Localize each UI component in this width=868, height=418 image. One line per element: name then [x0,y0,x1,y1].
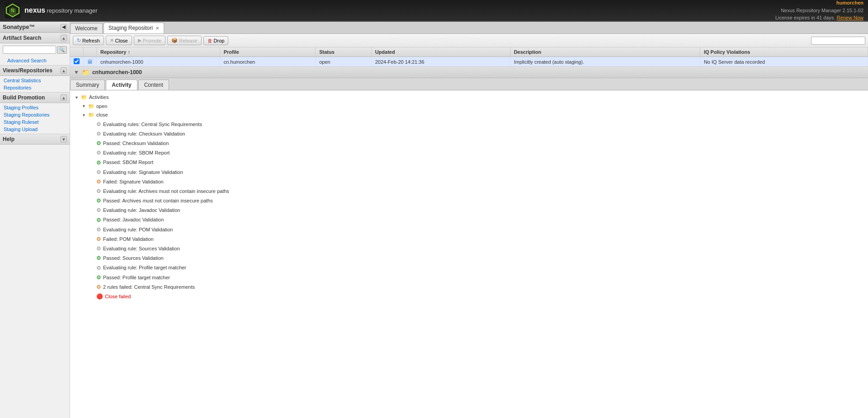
promote-button[interactable]: ▶ Promote [134,36,166,45]
detail-expand-icon[interactable]: ▼ [74,69,79,75]
sidebar-link-repositories[interactable]: Repositories [0,84,70,91]
activity-item: ⚙Failed: Signature Validation [96,177,863,187]
sidebar-section-artifact-search[interactable]: Artifact Search ▲ [0,33,70,43]
close-repo-button[interactable]: ✕ Close [106,36,132,45]
artifact-search-button[interactable]: 🔍 [57,46,67,54]
row-updated: 2024-Feb-20 14:21:36 [371,57,510,67]
activity-item: ⚙Passed: Checksum Validation [96,139,863,148]
activity-item-label: Evaluating rule: Checksum Validation [103,130,185,138]
repo-table: Repository ↑ Profile Status Updated Desc… [70,47,868,66]
promote-label: Promote [143,38,162,43]
advanced-search-area: Advanced Search [0,56,70,65]
release-button[interactable]: 📦 Release [167,36,201,45]
table-row[interactable]: 🏛 cnhumorchen-1000 cn.humorchen open 202… [70,57,868,67]
logo-rest: repository manager [47,7,98,14]
warn-icon: ⚙ [96,283,101,291]
help-toggle[interactable]: ▼ [61,136,67,142]
activity-item-label: Evaluating rule: Archives must not conta… [103,188,229,196]
sonatype-toggle[interactable]: ◀ [61,24,67,30]
activity-item-label: Failed: Signature Validation [103,178,164,186]
sidebar-section-help[interactable]: Help ▼ [0,134,70,145]
drop-label: Drop [214,38,225,43]
col-repository[interactable]: Repository ↑ [97,47,220,57]
views-repos-label: Views/Repositories [3,67,52,74]
views-repos-toggle[interactable]: ▲ [61,67,67,74]
detail-folder-icon: 📁 [82,69,90,76]
col-icon [84,47,97,57]
info-icon: ⚙ [96,244,101,253]
activities-expand[interactable]: ▼ [75,94,79,101]
close-folder-icon: 📁 [88,111,94,119]
artifact-search-toggle[interactable]: ▲ [61,35,67,41]
col-updated[interactable]: Updated [371,47,510,57]
col-iq-violations[interactable]: IQ Policy Violations [700,47,868,57]
repo-table-body: 🏛 cnhumorchen-1000 cn.humorchen open 202… [70,57,868,67]
error-icon: 🔴 [96,292,103,301]
tab-welcome[interactable]: Welcome [70,23,103,33]
pass-icon: ⚙ [96,159,101,167]
tree-close: ▼ 📁 close [82,111,863,120]
sidebar-link-central-statistics[interactable]: Central Statistics [0,77,70,84]
activity-item-label: Passed: Sources Validation [103,254,164,263]
info-icon: ⚙ [96,225,101,234]
pass-icon: ⚙ [96,273,101,282]
activity-item: ⚙Passed: Javadoc Validation [96,216,863,225]
sidebar-section-build-promotion[interactable]: Build Promotion ▲ [0,92,70,103]
info-icon: ⚙ [96,149,101,157]
build-promotion-toggle[interactable]: ▲ [61,94,67,101]
artifact-search-input[interactable] [3,46,56,54]
sonatype-label: Sonatype™ [3,23,35,30]
activity-item-label: Passed: Profile target matcher [103,274,170,282]
detail-title: cnhumorchen-1000 [92,69,142,75]
tree-activities: ▼ 📁 Activities [75,93,863,102]
sidebar-link-staging-profiles[interactable]: Staging Profiles [0,104,70,111]
pass-icon: ⚙ [96,139,101,148]
sidebar-link-staging-ruleset[interactable]: Staging Ruleset [0,118,70,126]
activity-item-label: Passed: SBOM Report [103,159,153,167]
info-icon: ⚙ [96,187,101,196]
detail-panel: ▼ 📁 cnhumorchen-1000 Summary Activity Co… [70,67,868,418]
fail-icon: ⚙ [96,178,101,186]
activity-item-label: Failed: POM Validation [103,235,154,244]
build-promotion-content: Staging Profiles Staging Repositories St… [0,103,70,134]
activity-item-label: Evaluating rule: Profile target matcher [103,264,186,272]
username-label: humorchen [836,0,863,5]
top-header: N nexus repository manager humorchen Nex… [0,0,868,22]
detail-tab-summary[interactable]: Summary [70,80,105,90]
col-checkbox [70,47,84,57]
sidebar-section-views[interactable]: Views/Repositories ▲ [0,65,70,76]
advanced-search-link[interactable]: Advanced Search [4,57,66,64]
license-msg: License expires in 41 days. [775,15,835,20]
sidebar-link-staging-upload[interactable]: Staging Upload [0,126,70,133]
tab-welcome-label: Welcome [75,25,98,32]
activity-item-label: Evaluating rule: Signature Validation [103,169,183,177]
content-area: Welcome Staging Repositori ✕ ↻ Refresh ✕… [70,22,868,418]
table-search-input[interactable] [811,37,865,45]
close-expand[interactable]: ▼ [82,112,86,118]
tab-staging-repo[interactable]: Staging Repositori ✕ [104,23,164,33]
row-status: open [316,57,371,67]
row-checkbox[interactable] [74,58,80,64]
tab-bar: Welcome Staging Repositori ✕ [70,22,868,34]
activity-item-label: Evaluating rule: Sources Validation [103,245,180,253]
sidebar-link-staging-repositories[interactable]: Staging Repositories [0,111,70,118]
detail-tab-activity[interactable]: Activity [106,80,137,90]
col-description[interactable]: Description [510,47,700,57]
refresh-button[interactable]: ↻ Refresh [73,36,104,45]
open-expand[interactable]: ▼ [82,103,86,109]
row-icon-cell: 🏛 [84,57,97,67]
col-profile[interactable]: Profile [220,47,316,57]
detail-tab-content[interactable]: Content [138,80,169,90]
col-status[interactable]: Status [316,47,371,57]
renew-link[interactable]: Renew Now [837,15,863,20]
tab-staging-repo-close[interactable]: ✕ [156,26,159,31]
row-checkbox-cell[interactable] [70,57,84,67]
row-repo-icon: 🏛 [87,59,93,65]
activity-item-label: Evaluating rules: Central Sync Requireme… [103,121,202,129]
close-repo-icon: ✕ [110,38,114,43]
drop-button[interactable]: 🗑 Drop [203,36,229,45]
close-label: close [96,111,108,119]
activity-item-label: Evaluating rule: POM Validation [103,226,173,234]
logo-area: N nexus repository manager [5,2,98,19]
activity-item-label: Evaluating rule: SBOM Report [103,149,170,157]
